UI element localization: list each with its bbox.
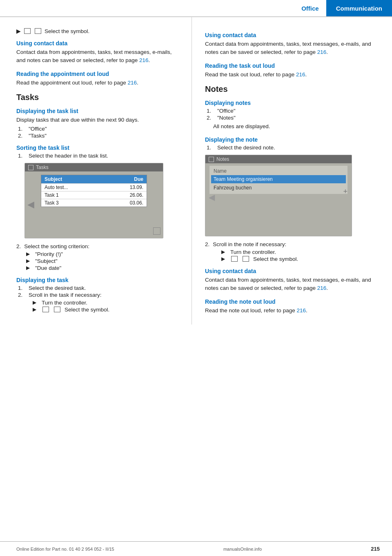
notes-content-area: Name Team Meeting organisieren Fahrzeug … bbox=[209, 166, 347, 194]
intro-bullet-list: ▶ Select the symbol. bbox=[16, 28, 179, 34]
list-item: ▶ Turn the controller. bbox=[220, 249, 380, 255]
displaying-task-bullets: ▶ Turn the controller. ▶ Select the symb… bbox=[16, 300, 179, 313]
reading-appointment-title: Reading the appointment out loud bbox=[16, 71, 179, 77]
tasks-section-title: Tasks bbox=[16, 93, 179, 102]
task-cell-due-1: 13.09. bbox=[109, 184, 147, 191]
footer-page-number: 215 bbox=[371, 546, 380, 552]
using-contact-data-right-1-body: Contact data from appointments, tasks, t… bbox=[205, 40, 380, 57]
arrow-icon: ▶ bbox=[16, 28, 21, 34]
link-216-4[interactable]: 216 bbox=[296, 71, 305, 78]
notes-section-title: Notes bbox=[205, 85, 380, 94]
using-contact-data-top-title: Using contact data bbox=[16, 40, 179, 47]
list-item: ▶"Due date" bbox=[24, 265, 179, 271]
displaying-notes-title: Displaying notes bbox=[205, 100, 380, 106]
displaying-the-note-title: Displaying the note bbox=[205, 136, 380, 143]
using-contact-data-right-2-title: Using contact data bbox=[205, 268, 380, 274]
symbol-icon-4 bbox=[54, 307, 60, 312]
symbol-icon-6 bbox=[243, 256, 249, 262]
displaying-task-list-body: Display tasks that are due within the ne… bbox=[16, 116, 179, 124]
link-216-1[interactable]: 216 bbox=[139, 57, 149, 63]
using-contact-data-top: Using contact data Contact data from app… bbox=[16, 40, 179, 65]
main-content: ▶ Select the symbol. Using contact data … bbox=[0, 17, 392, 325]
list-item: ▶ Select the symbol. bbox=[31, 307, 179, 313]
symbol-icon-1 bbox=[24, 28, 31, 34]
right-column: Using contact data Contact data from app… bbox=[192, 17, 392, 325]
displaying-task-title: Displaying the task bbox=[16, 277, 179, 283]
list-item: ▶"Priority (!)" bbox=[24, 251, 179, 257]
notes-nav-right-icon: + bbox=[343, 187, 347, 196]
displaying-the-note: Displaying the note 1.Select the desired… bbox=[205, 136, 380, 151]
notes-screen-titlebar: Notes bbox=[205, 155, 352, 163]
notes-screen-image: Notes Name Team Meeting organisieren Fah… bbox=[205, 155, 352, 236]
list-item: ▶ Select the symbol. bbox=[220, 256, 380, 262]
notes-name-label: Name bbox=[211, 167, 346, 175]
link-216-2[interactable]: 216 bbox=[127, 80, 137, 86]
using-contact-data-top-body: Contact data from appointments, tasks, t… bbox=[16, 48, 179, 65]
displaying-task: Displaying the task 1.Select the desired… bbox=[16, 277, 179, 313]
step2-text: Select the sorting criterion: bbox=[24, 243, 89, 249]
list-item: 2."Tasks" bbox=[16, 133, 179, 139]
list-item: 2."Notes" bbox=[205, 115, 380, 121]
list-item: 1.Select the desired task. bbox=[16, 285, 179, 291]
table-row: Task 3 03.06. bbox=[41, 199, 147, 207]
displaying-task-list-items: 1."Office" 2."Tasks" bbox=[16, 126, 179, 139]
link-216-3[interactable]: 216 bbox=[317, 49, 327, 55]
notes-selected-row: Team Meeting organisieren bbox=[211, 175, 346, 183]
task-cell-subject-2: Task 1 bbox=[41, 191, 109, 199]
reading-appointment: Reading the appointment out loud Read th… bbox=[16, 71, 179, 87]
displaying-task-list: Displaying the task list Display tasks t… bbox=[16, 108, 179, 139]
list-item: 1."Office" bbox=[16, 126, 179, 132]
arrow-icon: ▶ bbox=[221, 256, 227, 262]
arrow-icon: ▶ bbox=[33, 307, 38, 313]
sorting-task-list-title: Sorting the task list bbox=[16, 145, 179, 151]
arrow-icon: ▶ bbox=[26, 258, 32, 264]
arrow-icon: ▶ bbox=[33, 300, 38, 306]
task-screen-titlebar: Tasks bbox=[25, 163, 163, 171]
task-cell-due-2: 26.06. bbox=[109, 191, 147, 199]
list-item: 1.Select the desired note. bbox=[205, 145, 380, 151]
criterion-subject: "Subject" bbox=[35, 258, 58, 264]
reading-note-right: Reading the note out loud Read the note … bbox=[205, 298, 380, 315]
task-screen-title: Tasks bbox=[36, 165, 49, 170]
displaying-task-steps: 1.Select the desired task. 2.Scroll in t… bbox=[16, 285, 179, 298]
displaying-task-list-title: Displaying the task list bbox=[16, 108, 179, 114]
arrow-icon: ▶ bbox=[26, 251, 32, 257]
header-communication-label: Communication bbox=[326, 0, 392, 16]
scroll-note-step2: 2. Scroll in the note if necessary: ▶ Tu… bbox=[205, 241, 380, 262]
sorting-criteria-list: ▶"Priority (!)" ▶"Subject" ▶"Due date" bbox=[16, 251, 179, 271]
task-cell-subject-1: Auto test... bbox=[41, 184, 109, 191]
reading-task-right: Reading the task out loud Read the task … bbox=[205, 62, 380, 79]
reading-appointment-body: Read the appointment out loud, refer to … bbox=[16, 79, 179, 87]
select-symbol-note: Select the symbol. bbox=[253, 256, 298, 262]
screen-icon-br bbox=[153, 227, 160, 235]
using-contact-data-right-1-title: Using contact data bbox=[205, 32, 380, 38]
symbol-icon-2 bbox=[35, 28, 41, 34]
link-216-6[interactable]: 216 bbox=[296, 307, 306, 314]
criterion-due: "Due date" bbox=[35, 265, 61, 271]
link-216-5[interactable]: 216 bbox=[317, 285, 327, 291]
scroll-note-num: 2. bbox=[205, 241, 209, 247]
displaying-notes: Displaying notes 1."Office" 2."Notes" Al… bbox=[205, 100, 380, 131]
reading-task-right-body: Read the task out loud, refer to page 21… bbox=[205, 71, 380, 79]
arrow-icon: ▶ bbox=[221, 249, 227, 255]
footer-logo: manualsOnline.info bbox=[223, 547, 262, 552]
task-cell-due-3: 03.06. bbox=[109, 199, 147, 207]
list-item: 1.Select the header in the task list. bbox=[16, 153, 179, 159]
turn-controller-note: Turn the controller. bbox=[230, 249, 276, 255]
all-notes-displayed: All notes are displayed. bbox=[205, 122, 380, 131]
list-item: 1."Office" bbox=[205, 108, 380, 114]
left-column: ▶ Select the symbol. Using contact data … bbox=[0, 17, 192, 325]
reading-note-right-body: Read the note out loud, refer to page 21… bbox=[205, 307, 380, 315]
displaying-note-items: 1.Select the desired note. bbox=[205, 145, 380, 151]
scroll-note-step2-row: 2. Scroll in the note if necessary: bbox=[205, 241, 380, 247]
tasks-icon bbox=[28, 165, 33, 170]
footer-left-text: Online Edition for Part no. 01 40 2 954 … bbox=[16, 547, 114, 552]
list-item: ▶ Turn the controller. bbox=[31, 300, 179, 306]
turn-controller-text: Turn the controller. bbox=[42, 300, 87, 306]
sorting-step2: 2. Select the sorting criterion: bbox=[16, 243, 179, 249]
using-contact-data-right-1: Using contact data Contact data from app… bbox=[205, 32, 380, 57]
criterion-priority: "Priority (!)" bbox=[35, 251, 63, 257]
task-table-wrapper: Subject Due Auto test... 13.09. Task 1 2… bbox=[41, 175, 147, 207]
sorting-step1-list: 1.Select the header in the task list. bbox=[16, 153, 179, 159]
reading-task-right-title: Reading the task out loud bbox=[205, 62, 380, 69]
